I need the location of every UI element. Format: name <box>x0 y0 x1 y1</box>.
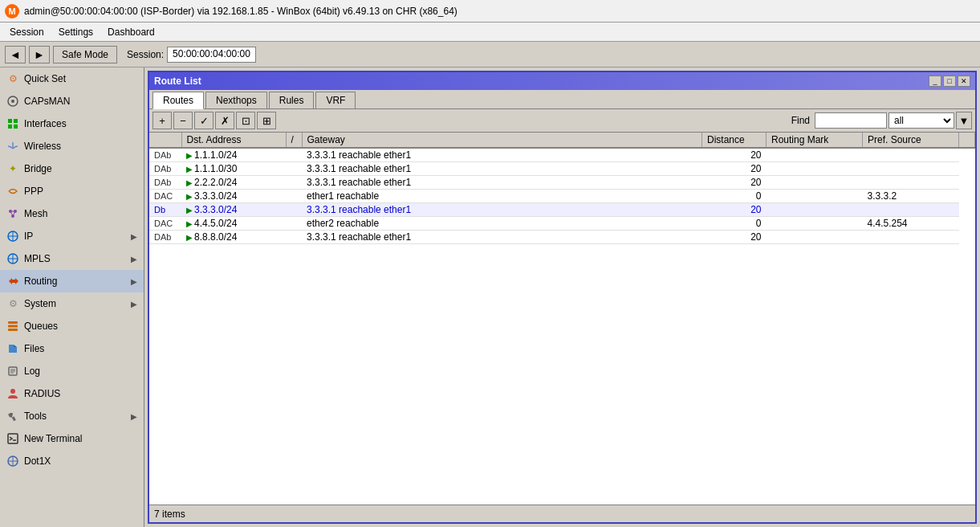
col-dst-address[interactable]: Dst. Address <box>181 133 286 148</box>
svg-point-27 <box>10 389 15 394</box>
menu-dashboard[interactable]: Dashboard <box>101 25 161 39</box>
tab-nexthops[interactable]: Nexthops <box>205 92 267 108</box>
sidebar-label-mpls: MPLS <box>24 253 51 264</box>
menu-session[interactable]: Session <box>3 25 51 39</box>
cell-distance: 20 <box>702 148 767 162</box>
sidebar-item-capsman[interactable]: CAPsMAN <box>0 90 144 112</box>
tab-rules[interactable]: Rules <box>269 92 315 108</box>
tools-icon <box>6 410 19 423</box>
bridge-icon: ✦ <box>6 162 19 175</box>
menu-settings[interactable]: Settings <box>52 25 100 39</box>
cell-pref-source <box>863 162 959 176</box>
sidebar-label-files: Files <box>24 343 44 354</box>
quick-set-icon: ⚙ <box>6 72 19 85</box>
sidebar-label-mesh: Mesh <box>24 208 47 219</box>
tab-bar: Routes Nexthops Rules VRF <box>149 90 975 109</box>
find-filter-arrow[interactable]: ▼ <box>956 112 972 129</box>
copy-button[interactable]: ⊡ <box>236 112 255 129</box>
sidebar-label-queues: Queues <box>24 321 58 332</box>
row-arrow-icon: ▶ <box>186 151 193 160</box>
sidebar-item-interfaces[interactable]: Interfaces <box>0 112 144 135</box>
enable-button[interactable]: ✓ <box>194 112 213 129</box>
sidebar-label-routing: Routing <box>24 276 57 287</box>
ip-icon <box>6 230 19 243</box>
cell-sep <box>286 190 302 203</box>
table-row[interactable]: DAb ▶1.1.1.0/24 3.3.3.1 reachable ether1… <box>149 148 975 162</box>
filter-button[interactable]: ⊞ <box>257 112 276 129</box>
cell-dst: ▶8.8.8.0/24 <box>181 231 286 244</box>
tab-vrf[interactable]: VRF <box>315 92 356 108</box>
find-filter-select[interactable]: all static connected ospf bgp rip <box>889 112 954 129</box>
cell-sep <box>286 148 302 162</box>
capsman-icon <box>6 95 19 108</box>
forward-button[interactable]: ► <box>29 46 50 63</box>
minimize-button[interactable]: _ <box>929 76 941 87</box>
cell-dst: ▶3.3.3.0/24 <box>181 203 286 217</box>
sidebar-item-quick-set[interactable]: ⚙ Quick Set <box>0 67 144 90</box>
cell-flags: Db <box>149 203 181 217</box>
svg-rect-7 <box>14 125 18 129</box>
sidebar-item-tools[interactable]: Tools ▶ <box>0 405 144 427</box>
back-button[interactable]: ◄ <box>5 46 26 63</box>
sidebar-item-mpls[interactable]: MPLS ▶ <box>0 247 144 270</box>
cell-routing-mark <box>767 148 863 162</box>
find-label: Find <box>791 115 810 126</box>
row-arrow-icon: ▶ <box>186 219 193 228</box>
table-row[interactable]: DAb ▶2.2.2.0/24 3.3.3.1 reachable ether1… <box>149 176 975 190</box>
app-logo: M <box>5 4 19 18</box>
col-sort[interactable]: / <box>286 133 302 148</box>
route-table-container: Dst. Address / Gateway Distance Routing … <box>149 133 975 505</box>
sidebar-item-queues[interactable]: Queues <box>0 315 144 337</box>
cell-dst: ▶2.2.2.0/24 <box>181 176 286 190</box>
sidebar-item-ip[interactable]: IP ▶ <box>0 225 144 247</box>
table-row[interactable]: DAb ▶1.1.1.0/30 3.3.3.1 reachable ether1… <box>149 162 975 176</box>
cell-pref-source: 4.4.5.254 <box>863 217 959 231</box>
queues-icon <box>6 320 19 333</box>
cell-distance: 0 <box>702 190 767 203</box>
maximize-button[interactable]: □ <box>943 76 956 87</box>
col-flags[interactable] <box>149 133 181 148</box>
disable-button[interactable]: ✗ <box>215 112 234 129</box>
sidebar-item-log[interactable]: Log <box>0 360 144 382</box>
remove-button[interactable]: − <box>173 112 193 129</box>
session-value: 50:00:00:04:00:00 <box>167 47 256 63</box>
cell-flags: DAb <box>149 176 181 190</box>
sidebar-label-log: Log <box>24 366 40 377</box>
col-pref-source[interactable]: Pref. Source <box>863 133 959 148</box>
table-row[interactable]: Db ▶3.3.3.0/24 3.3.3.1 reachable ether1 … <box>149 203 975 217</box>
sidebar-item-mesh[interactable]: Mesh <box>0 202 144 225</box>
cell-sep <box>286 176 302 190</box>
svg-rect-4 <box>8 119 12 123</box>
sidebar-item-radius[interactable]: RADIUS <box>0 382 144 405</box>
sidebar-item-wireless[interactable]: Wireless <box>0 135 144 157</box>
sidebar-item-routing[interactable]: Routing ▶ <box>0 270 144 292</box>
cell-dst: ▶3.3.3.0/24 <box>181 190 286 203</box>
add-button[interactable]: + <box>152 112 172 129</box>
svg-text:M: M <box>8 6 15 16</box>
col-gateway[interactable]: Gateway <box>302 133 702 148</box>
col-distance[interactable]: Distance <box>702 133 767 148</box>
table-row[interactable]: DAb ▶8.8.8.0/24 3.3.3.1 reachable ether1… <box>149 231 975 244</box>
cell-gateway: 3.3.3.1 reachable ether1 <box>302 203 702 217</box>
sidebar-item-files[interactable]: Files <box>0 337 144 360</box>
safe-mode-button[interactable]: Safe Mode <box>53 46 117 63</box>
find-input[interactable] <box>815 112 887 129</box>
sidebar-item-system[interactable]: ⚙ System ▶ <box>0 292 144 315</box>
sidebar-item-bridge[interactable]: ✦ Bridge <box>0 157 144 180</box>
close-button[interactable]: ✕ <box>958 76 970 87</box>
sidebar-item-new-terminal[interactable]: New Terminal <box>0 427 144 450</box>
col-routing-mark[interactable]: Routing Mark <box>767 133 863 148</box>
sidebar-item-ppp[interactable]: PPP <box>0 180 144 202</box>
tab-routes[interactable]: Routes <box>152 92 204 109</box>
tools-arrow: ▶ <box>131 412 137 421</box>
table-row[interactable]: DAC ▶3.3.3.0/24 ether1 reachable 0 3.3.3… <box>149 190 975 203</box>
table-row[interactable]: DAC ▶4.4.5.0/24 ether2 reachable 0 4.4.5… <box>149 217 975 231</box>
cell-sep <box>286 217 302 231</box>
route-list-window: Route List _ □ ✕ Routes Nexthops Rules V… <box>148 71 977 524</box>
sidebar-item-dot1x[interactable]: Dot1X <box>0 450 144 472</box>
window-title-bar: Route List _ □ ✕ <box>149 72 975 90</box>
cell-routing-mark <box>767 217 863 231</box>
cell-flags: DAC <box>149 190 181 203</box>
sidebar-label-interfaces: Interfaces <box>24 118 67 129</box>
row-arrow-icon: ▶ <box>186 165 193 174</box>
